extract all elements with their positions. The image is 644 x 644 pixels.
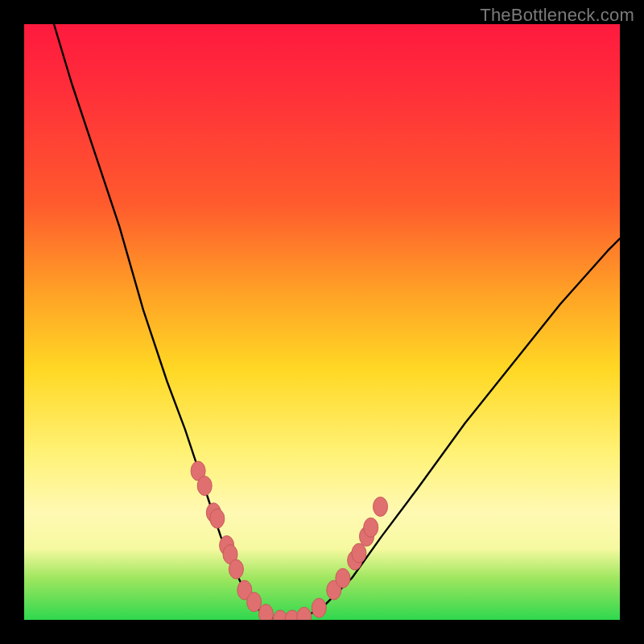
watermark-text: TheBottleneck.com [480,5,634,26]
marker-point [210,509,225,528]
marker-point [312,598,326,617]
plot-area [24,24,620,620]
marker-point [364,518,378,537]
chart-frame: TheBottleneck.com [0,0,644,644]
marker-point [258,605,273,620]
marker-cluster [191,461,387,620]
marker-point [229,559,243,579]
bottleneck-curve-line [54,24,620,620]
marker-point [352,543,366,563]
marker-point [374,497,388,516]
marker-point [297,607,312,620]
marker-point [336,568,350,588]
marker-point [197,477,212,496]
marker-point [247,592,262,612]
chart-svg [24,24,620,620]
